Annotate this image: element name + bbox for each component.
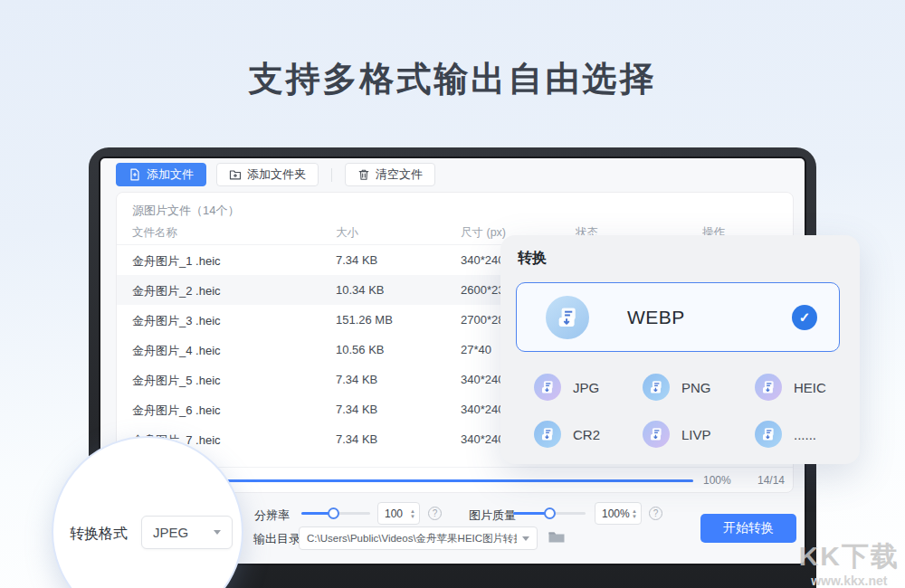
- format-file-icon: [755, 374, 782, 401]
- format-popup: 转换 WEBP ✓ JPG PNG HEIC CR2: [500, 235, 860, 464]
- format-option-selected[interactable]: WEBP ✓: [516, 282, 840, 352]
- folder-plus-icon: [229, 168, 242, 181]
- format-option-livp[interactable]: LIVP: [643, 421, 711, 448]
- clear-files-button[interactable]: 清空文件: [345, 163, 435, 186]
- stepper-down-icon[interactable]: ▼: [632, 514, 637, 519]
- convert-format-label: 转换格式: [70, 525, 128, 544]
- output-dir-label: 输出目录: [253, 531, 300, 547]
- resolution-label: 分辨率: [254, 507, 290, 524]
- file-dimensions: 340*240: [461, 432, 504, 446]
- format-file-icon: [534, 374, 561, 401]
- trash-icon: [357, 168, 370, 181]
- watermark: KK下载 www.kkx.net: [799, 538, 900, 588]
- page-title: 支持多格式输出自由选择: [0, 56, 905, 102]
- quality-slider-knob[interactable]: [544, 507, 556, 519]
- add-file-button[interactable]: 添加文件: [116, 163, 206, 186]
- file-plus-icon: [129, 168, 141, 181]
- browse-folder-icon[interactable]: [548, 528, 566, 546]
- add-folder-label: 添加文件夹: [247, 166, 306, 183]
- resolution-input[interactable]: [385, 507, 408, 520]
- format-option-heic[interactable]: HEIC: [755, 374, 826, 401]
- column-filename: 文件名称: [132, 225, 177, 241]
- output-dir-select[interactable]: C:\Users\Public\Videos\金舟苹果HEIC图片转换...: [299, 526, 538, 550]
- convert-format-select[interactable]: JPEG: [141, 516, 233, 549]
- caret-down-icon: [522, 536, 529, 541]
- format-file-icon: [755, 421, 782, 448]
- file-size: 7.34 KB: [336, 373, 377, 386]
- file-name: 金舟图片_6 .heic: [132, 403, 221, 419]
- quality-input[interactable]: [602, 507, 630, 520]
- format-option-more[interactable]: ......: [755, 421, 816, 448]
- add-folder-button[interactable]: 添加文件夹: [216, 163, 319, 186]
- caret-down-icon: [214, 530, 221, 535]
- file-size: 7.34 KB: [336, 432, 377, 446]
- file-name: 金舟图片_2 .heic: [132, 283, 221, 299]
- quality-input-wrap: ▲ ▼: [595, 502, 642, 525]
- progress-count: 14/14: [757, 474, 785, 487]
- start-convert-button[interactable]: 开始转换: [700, 514, 796, 543]
- output-dir-path: C:\Users\Public\Videos\金舟苹果HEIC图片转换...: [307, 532, 517, 545]
- resolution-slider-knob[interactable]: [328, 507, 339, 519]
- format-option-cr2[interactable]: CR2: [534, 421, 600, 448]
- file-dimensions: 340*240: [461, 373, 504, 386]
- check-glyph: ✓: [799, 309, 811, 326]
- file-dimensions: 340*240: [461, 253, 504, 267]
- toolbar: 添加文件 添加文件夹 清空文件: [116, 162, 435, 187]
- format-option-png[interactable]: PNG: [643, 374, 711, 401]
- file-name: 金舟图片_5 .heic: [132, 373, 221, 389]
- stepper-down-icon[interactable]: ▼: [410, 514, 415, 519]
- clear-files-label: 清空文件: [376, 166, 423, 183]
- file-size: 10.34 KB: [336, 283, 385, 297]
- format-option-label: JPG: [573, 380, 599, 395]
- resolution-slider[interactable]: [301, 512, 370, 515]
- quality-label: 图片质量: [469, 507, 516, 524]
- toolbar-divider: [331, 168, 332, 182]
- format-option-label: PNG: [681, 380, 711, 395]
- quality-stepper[interactable]: ▲ ▼: [632, 508, 637, 519]
- file-dimensions: 340*240: [461, 403, 504, 416]
- format-option-label: CR2: [573, 427, 600, 442]
- file-size: 151.26 MB: [336, 313, 393, 327]
- file-size: 7.34 KB: [336, 403, 377, 416]
- file-name: 金舟图片_1 .heic: [132, 253, 221, 270]
- file-dimensions: 27*40: [461, 343, 491, 356]
- convert-format-value: JPEG: [153, 525, 188, 540]
- format-file-icon: [643, 421, 670, 448]
- resolution-help-icon[interactable]: ?: [428, 507, 442, 520]
- format-file-icon: [546, 296, 589, 339]
- add-file-label: 添加文件: [147, 166, 194, 183]
- format-option-label: LIVP: [681, 427, 711, 442]
- selected-format-label: WEBP: [627, 307, 685, 328]
- resolution-stepper[interactable]: ▲ ▼: [410, 508, 415, 519]
- file-size: 10.56 KB: [336, 343, 385, 356]
- resolution-input-wrap: ▲ ▼: [377, 502, 420, 525]
- format-file-icon: [534, 421, 561, 448]
- quality-slider[interactable]: [513, 512, 586, 515]
- format-option-jpg[interactable]: JPG: [534, 374, 599, 401]
- check-icon: ✓: [792, 305, 817, 330]
- file-name: 金舟图片_3 .heic: [132, 313, 221, 329]
- watermark-url: www.kkx.net: [799, 574, 900, 588]
- column-size: 大小: [336, 225, 358, 241]
- column-dimensions: 尺寸 (px): [461, 225, 506, 241]
- file-size: 7.34 KB: [336, 253, 377, 267]
- watermark-logo: KK下载: [799, 538, 900, 575]
- source-files-caption: 源图片文件（14个）: [132, 203, 239, 219]
- page-background: 支持多格式输出自由选择 添加文件 添加文件夹: [0, 0, 905, 588]
- file-name: 金舟图片_4 .heic: [132, 343, 221, 359]
- format-popup-title: 转换: [518, 249, 547, 268]
- progress-percent: 100%: [703, 474, 731, 487]
- format-option-label: ......: [794, 427, 816, 442]
- quality-help-icon[interactable]: ?: [649, 507, 662, 520]
- format-file-icon: [643, 374, 670, 401]
- format-option-label: HEIC: [794, 380, 826, 395]
